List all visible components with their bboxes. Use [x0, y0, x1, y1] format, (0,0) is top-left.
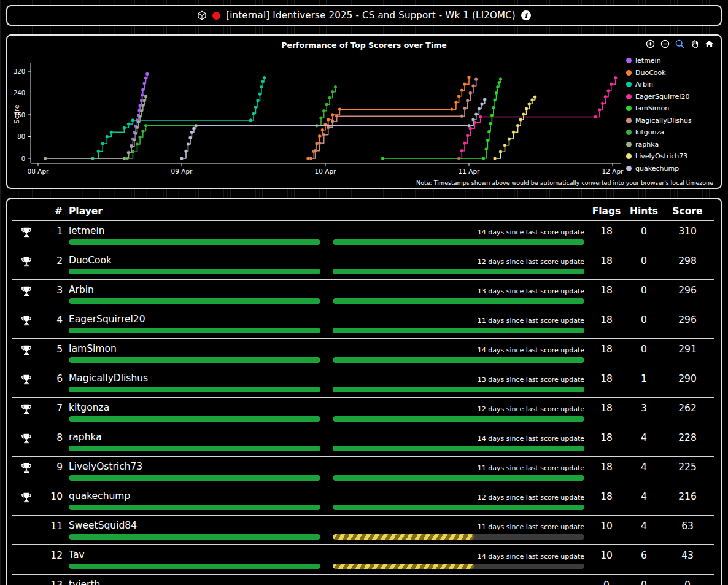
- legend-item-iamsimon[interactable]: IamSimon: [626, 104, 703, 112]
- score-value: 216: [663, 490, 712, 502]
- chart-panel: Performance of Top Scorers over Time 080…: [6, 34, 722, 189]
- table-row: 10 quakechump 12 days since last score u…: [12, 486, 714, 515]
- progress-bar-left: [69, 387, 320, 392]
- package-icon: [197, 10, 207, 20]
- progress-bar-right: [333, 298, 584, 304]
- days-since-note: 14 days since last score update: [478, 552, 584, 560]
- zoom-in-icon[interactable]: [645, 39, 656, 49]
- legend-dot: [626, 166, 632, 171]
- legend-label: LivelyOstrich73: [635, 152, 687, 160]
- progress-fill-right: [333, 328, 584, 333]
- table-row: 12 Tav 14 days since last score update 1…: [12, 544, 714, 574]
- table-row: 3 Arbin 13 days since last score update …: [12, 279, 714, 309]
- table-row: 13 tvierth 0 0 0: [12, 574, 714, 585]
- progress-bar-left: [69, 564, 320, 569]
- trophy-icon: [20, 461, 33, 478]
- legend-item-quakechump[interactable]: quakechump: [626, 165, 703, 172]
- score-value: 0: [663, 578, 712, 585]
- svg-text:11 Apr: 11 Apr: [459, 168, 481, 175]
- progress-fill-right: [333, 534, 474, 540]
- days-since-note: 14 days since last score update: [478, 228, 584, 236]
- legend-label: Arbin: [635, 80, 653, 88]
- zoom-out-icon[interactable]: [660, 39, 670, 49]
- svg-text:10 Apr: 10 Apr: [315, 168, 337, 175]
- table-row: 8 raphka 14 days since last score update…: [12, 427, 714, 456]
- rank-number: 8: [41, 431, 63, 443]
- leaderboard-panel: # Player Flags Hints Score 1 letme: [6, 198, 722, 585]
- svg-text:08 Apr: 08 Apr: [28, 168, 50, 175]
- trophy-icon: [20, 284, 33, 301]
- svg-text:12 Apr: 12 Apr: [602, 168, 624, 175]
- table-body: 1 letmein 14 days since last score updat…: [12, 220, 714, 585]
- progress-bar-left: [69, 505, 320, 510]
- rank-number: 5: [41, 343, 63, 355]
- flags-value: 10: [588, 549, 625, 561]
- hints-value: 0: [625, 254, 663, 266]
- days-since-note: 13 days since last score update: [478, 287, 584, 295]
- score-value: 298: [663, 254, 712, 266]
- hints-value: 0: [625, 225, 663, 237]
- legend-item-eagersquirrel20[interactable]: EagerSquirrel20: [626, 93, 703, 101]
- rank-number: 2: [41, 254, 63, 266]
- player-name: quakechump: [69, 490, 130, 502]
- progress-bar-right: [333, 387, 584, 392]
- progress-fill-left: [69, 357, 320, 363]
- legend-label: DuoCook: [635, 69, 666, 77]
- legend-item-duocook[interactable]: DuoCook: [626, 69, 703, 77]
- hints-value: 0: [625, 313, 663, 325]
- progress-bar-left: [69, 534, 320, 540]
- legend-item-livelyostrich73[interactable]: LivelyOstrich73: [626, 152, 703, 160]
- hints-value: 0: [625, 284, 663, 296]
- rank-number: 7: [41, 401, 63, 414]
- legend-item-kitgonza[interactable]: kitgonza: [626, 128, 703, 136]
- legend-item-raphka[interactable]: raphka: [626, 141, 703, 149]
- table-row: 9 LivelyOstrich73 11 days since last sco…: [12, 456, 714, 486]
- legend-dot: [626, 94, 632, 99]
- progress-fill-left: [69, 328, 320, 333]
- pan-icon[interactable]: [689, 39, 700, 49]
- player-name: EagerSquirrel20: [69, 314, 145, 325]
- legend-item-arbin[interactable]: Arbin: [626, 80, 703, 88]
- trophy-icon: [20, 255, 33, 272]
- header-score: Score: [663, 206, 712, 217]
- progress-bar-left: [69, 357, 320, 363]
- home-icon[interactable]: [704, 39, 714, 49]
- legend-label: quakechump: [635, 165, 679, 172]
- legend-item-letmein[interactable]: letmein: [626, 56, 703, 64]
- progress-bar-right: [333, 505, 584, 510]
- trophy-icon: [20, 490, 33, 508]
- table-header: # Player Flags Hints Score: [12, 203, 714, 220]
- rank-number: 6: [41, 372, 63, 384]
- record-dot-icon: [212, 12, 220, 20]
- days-since-note: 12 days since last score update: [478, 258, 584, 266]
- player-name: LivelyOstrich73: [69, 461, 142, 472]
- trophy-icon: [20, 314, 33, 331]
- days-since-note: 11 days since last score update: [478, 464, 584, 472]
- scores-line-chart[interactable]: 08016024032008 Apr09 Apr10 Apr11 Apr12 A…: [12, 53, 626, 183]
- info-icon[interactable]: i: [521, 10, 531, 20]
- days-since-note: 12 days since last score update: [478, 405, 584, 413]
- progress-fill-right: [333, 298, 584, 304]
- rank-number: 13: [41, 578, 63, 585]
- flags-value: 18: [588, 372, 625, 384]
- legend-item-magicallydlishus[interactable]: MagicallyDlishus: [626, 117, 703, 125]
- progress-fill-left: [69, 534, 320, 540]
- score-value: 291: [663, 343, 712, 355]
- flags-value: 18: [588, 460, 625, 473]
- rank-number: 9: [41, 460, 63, 473]
- rank-number: 10: [41, 490, 63, 502]
- legend-dot: [626, 70, 632, 76]
- box-zoom-icon[interactable]: [675, 39, 685, 49]
- progress-bar-left: [69, 328, 320, 333]
- progress-fill-right: [333, 564, 474, 569]
- progress-fill-left: [69, 505, 320, 510]
- flags-value: 18: [588, 490, 625, 502]
- legend-label: letmein: [635, 56, 661, 64]
- trophy-icon: [20, 225, 33, 242]
- chart-legend: letmeinDuoCookArbinEagerSquirrel20IamSim…: [626, 53, 703, 183]
- hints-value: 6: [625, 549, 663, 561]
- rank-number: 12: [41, 549, 63, 561]
- page: [internal] Identiverse 2025 - CS and Sup…: [0, 0, 728, 585]
- table-row: 1 letmein 14 days since last score updat…: [12, 220, 714, 250]
- progress-bar-left: [69, 416, 320, 422]
